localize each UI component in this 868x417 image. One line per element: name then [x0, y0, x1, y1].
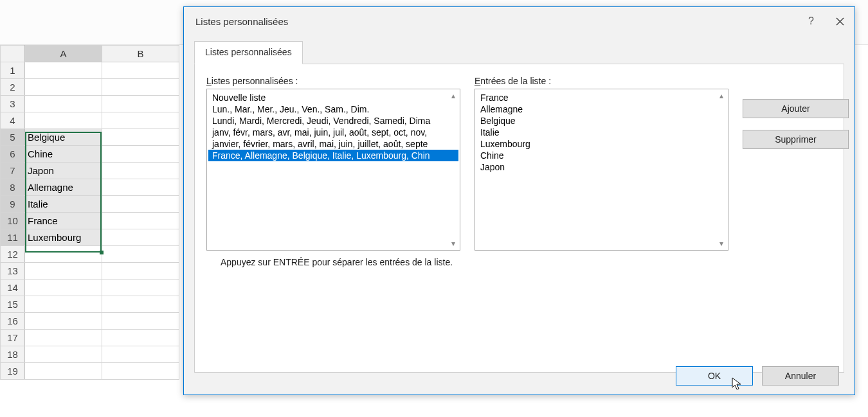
cell-B19[interactable]	[102, 363, 179, 380]
cell-B8[interactable]	[102, 179, 179, 196]
custom-lists-listbox[interactable]: Nouvelle listeLun., Mar., Mer., Jeu., Ve…	[206, 89, 460, 251]
cell-A4[interactable]	[25, 112, 102, 129]
scroll-up-icon[interactable]: ▴	[448, 90, 459, 102]
cell-A15[interactable]	[25, 296, 102, 313]
cell-B6[interactable]	[102, 146, 179, 163]
row-header-19[interactable]: 19	[1, 363, 25, 380]
dialog-title: Listes personnalisées	[195, 16, 288, 27]
cell-B1[interactable]	[102, 62, 179, 79]
tabstrip: Listes personnalisées	[194, 40, 844, 64]
row-header-18[interactable]: 18	[1, 346, 25, 363]
row-header-15[interactable]: 15	[1, 296, 25, 313]
row-header-7[interactable]: 7	[1, 163, 25, 179]
row-header-10[interactable]: 10	[1, 213, 25, 229]
custom-list-item[interactable]: Lun., Mar., Mer., Jeu., Ven., Sam., Dim.	[208, 103, 458, 115]
cell-A7[interactable]: Japon	[25, 163, 102, 179]
cell-A3[interactable]	[25, 96, 102, 112]
custom-list-item[interactable]: janvier, février, mars, avril, mai, juin…	[208, 138, 458, 150]
cell-A2[interactable]	[25, 79, 102, 96]
row-header-17[interactable]: 17	[1, 330, 25, 346]
help-button[interactable]: ?	[797, 7, 826, 35]
row-header-2[interactable]: 2	[1, 79, 25, 96]
cell-A16[interactable]	[25, 313, 102, 330]
cell-B14[interactable]	[102, 279, 179, 296]
row-header-1[interactable]: 1	[1, 62, 25, 79]
row-header-13[interactable]: 13	[1, 263, 25, 279]
list-entry-item[interactable]: Chine	[476, 150, 727, 161]
cell-B17[interactable]	[102, 330, 179, 346]
custom-lists-label: Listes personnalisées :	[206, 76, 460, 86]
cell-A8[interactable]: Allemagne	[25, 179, 102, 196]
cell-A11[interactable]: Luxembourg	[25, 229, 102, 246]
close-button[interactable]	[826, 7, 854, 35]
cell-B5[interactable]	[102, 129, 179, 146]
scrollbar[interactable]: ▴ ▾	[716, 90, 727, 249]
close-icon	[836, 17, 844, 26]
cell-A5[interactable]: Belgique	[25, 129, 102, 146]
row-header-16[interactable]: 16	[1, 313, 25, 330]
dialog-panel: Listes personnalisées : Nouvelle listeLu…	[194, 64, 844, 373]
list-entry-item[interactable]: Japon	[476, 161, 727, 173]
cell-A19[interactable]	[25, 363, 102, 380]
tab-custom-lists[interactable]: Listes personnalisées	[194, 41, 303, 64]
row-header-5[interactable]: 5	[1, 129, 25, 146]
list-entries-box[interactable]: FranceAllemagneBelgiqueItalieLuxembourgC…	[475, 89, 728, 251]
cell-B9[interactable]	[102, 196, 179, 213]
col-header-A[interactable]: A	[25, 46, 102, 62]
scroll-down-icon[interactable]: ▾	[448, 238, 459, 249]
dialog-titlebar: Listes personnalisées ?	[184, 7, 854, 35]
cell-A18[interactable]	[25, 346, 102, 363]
row-header-12[interactable]: 12	[1, 246, 25, 263]
cell-A9[interactable]: Italie	[25, 196, 102, 213]
cell-A14[interactable]	[25, 279, 102, 296]
remove-button[interactable]: Supprimer	[743, 130, 849, 149]
cell-B7[interactable]	[102, 163, 179, 179]
cell-B10[interactable]	[102, 213, 179, 229]
scrollbar[interactable]: ▴ ▾	[448, 90, 459, 249]
list-entries-label: Entrées de la liste :	[475, 76, 728, 86]
hint-text: Appuyez sur ENTRÉE pour séparer les entr…	[221, 257, 453, 267]
dialog-footer: OK Annuler	[676, 366, 839, 386]
cell-B4[interactable]	[102, 112, 179, 129]
row-header-6[interactable]: 6	[1, 146, 25, 163]
cell-B15[interactable]	[102, 296, 179, 313]
cell-A12[interactable]	[25, 246, 102, 263]
cell-A6[interactable]: Chine	[25, 146, 102, 163]
cell-A13[interactable]	[25, 263, 102, 279]
row-header-3[interactable]: 3	[1, 96, 25, 112]
col-header-B[interactable]: B	[102, 46, 179, 62]
custom-list-item[interactable]: Nouvelle liste	[208, 92, 458, 103]
cell-B16[interactable]	[102, 313, 179, 330]
custom-lists-dialog: Listes personnalisées ? Listes personnal…	[183, 6, 855, 395]
cancel-button[interactable]: Annuler	[762, 366, 839, 386]
cell-A10[interactable]: France	[25, 213, 102, 229]
ok-button[interactable]: OK	[676, 366, 753, 386]
cell-B18[interactable]	[102, 346, 179, 363]
custom-list-item[interactable]: janv, févr, mars, avr, mai, juin, juil, …	[208, 127, 458, 138]
cell-A1[interactable]	[25, 62, 102, 79]
add-button[interactable]: Ajouter	[743, 99, 849, 118]
list-entry-item[interactable]: Italie	[476, 127, 727, 138]
row-header-14[interactable]: 14	[1, 279, 25, 296]
row-header-4[interactable]: 4	[1, 112, 25, 129]
scroll-down-icon[interactable]: ▾	[716, 238, 727, 249]
cell-B12[interactable]	[102, 246, 179, 263]
list-entry-item[interactable]: Belgique	[476, 115, 727, 127]
row-header-11[interactable]: 11	[1, 229, 25, 246]
corner-cell[interactable]	[1, 46, 25, 62]
row-header-8[interactable]: 8	[1, 179, 25, 196]
list-entry-item[interactable]: Allemagne	[476, 103, 727, 115]
cell-B2[interactable]	[102, 79, 179, 96]
custom-list-item[interactable]: Lundi, Mardi, Mercredi, Jeudi, Vendredi,…	[208, 115, 458, 127]
list-entry-item[interactable]: France	[476, 92, 727, 103]
cell-A17[interactable]	[25, 330, 102, 346]
cell-B11[interactable]	[102, 229, 179, 246]
scroll-up-icon[interactable]: ▴	[716, 90, 727, 102]
row-header-9[interactable]: 9	[1, 196, 25, 213]
custom-list-item[interactable]: France, Allemagne, Belgique, Italie, Lux…	[208, 150, 458, 161]
cell-B3[interactable]	[102, 96, 179, 112]
list-entry-item[interactable]: Luxembourg	[476, 138, 727, 150]
cell-B13[interactable]	[102, 263, 179, 279]
